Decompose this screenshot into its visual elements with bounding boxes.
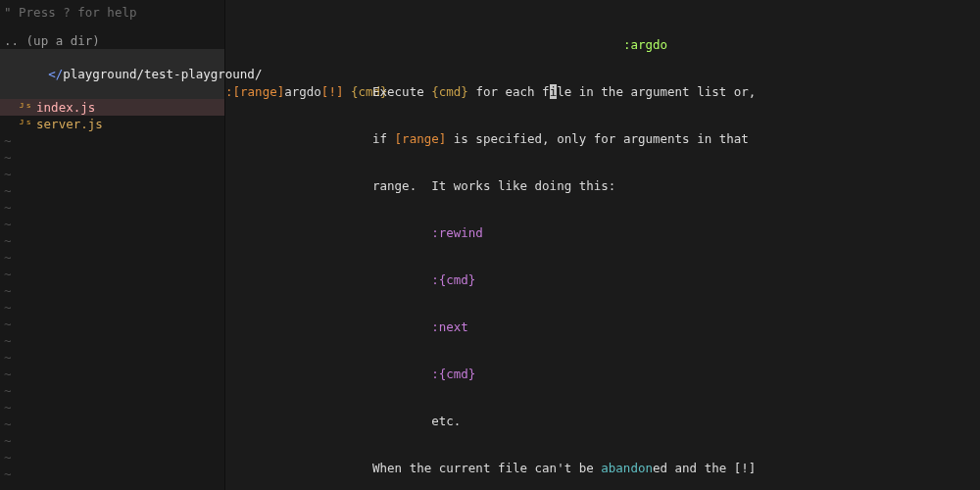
tilde-line: ~ xyxy=(0,382,224,399)
txt: etc. xyxy=(431,414,461,428)
ex-cmd: :{cmd} xyxy=(431,367,475,381)
tilde-line: ~ xyxy=(0,466,224,482)
tilde-line: ~ xyxy=(0,216,224,232)
js-icon: ᴶˢ xyxy=(18,100,32,115)
txt: for each f xyxy=(468,84,550,99)
help-hint: " Press ? for help xyxy=(0,4,224,21)
txt: range. It works like doing this: xyxy=(372,178,980,194)
tilde-line: ~ xyxy=(0,332,224,349)
txt: if xyxy=(372,131,395,146)
tilde-line: ~ xyxy=(0,482,224,490)
tilde-line: ~ xyxy=(0,132,224,149)
tilde-line: ~ xyxy=(0,349,224,366)
tilde-line: ~ xyxy=(0,432,224,449)
help-window[interactable]: :argdo :[range]argdo[!] {cmd} Execute {c… xyxy=(225,0,980,490)
tilde-line: ~ xyxy=(0,316,224,332)
js-icon: ᴶˢ xyxy=(18,117,32,131)
tilde-line: ~ xyxy=(0,232,224,249)
tilde-line: ~ xyxy=(0,449,224,466)
tilde-line: ~ xyxy=(0,166,224,182)
tilde-line: ~ xyxy=(0,399,224,416)
range-tok: [range] xyxy=(395,131,447,146)
tilde-line: ~ xyxy=(0,416,224,432)
file-item-server-js[interactable]: ᴶˢserver.js xyxy=(0,116,224,132)
txt: Execute xyxy=(372,84,431,99)
current-path[interactable]: </playground/test-playground/ xyxy=(0,49,224,99)
ex-cmd: :{cmd} xyxy=(431,272,475,287)
tilde-line: ~ xyxy=(0,266,224,282)
ex-cmd: :rewind xyxy=(431,225,483,240)
tilde-line: ~ xyxy=(0,249,224,266)
tilde-line: ~ xyxy=(0,199,224,216)
folder-icon: </ xyxy=(48,67,63,81)
tilde-line: ~ xyxy=(0,149,224,166)
tilde-line: ~ xyxy=(0,366,224,382)
file-explorer-sidebar: " Press ? for help .. (up a dir) </playg… xyxy=(0,0,225,490)
ex-cmd: :next xyxy=(431,319,468,334)
main-pane: :argdo :[range]argdo[!] {cmd} Execute {c… xyxy=(225,0,980,490)
help-tag: :argdo xyxy=(623,37,667,52)
tilde-line: ~ xyxy=(0,282,224,299)
up-dir[interactable]: .. (up a dir) xyxy=(0,32,224,49)
spacer xyxy=(0,21,224,32)
sig-cmd-word: argdo xyxy=(284,84,321,99)
txt: is specified, only for arguments in that xyxy=(446,131,749,146)
file-item-index-js[interactable]: ᴶˢindex.js xyxy=(0,99,224,116)
sig-range: [range] xyxy=(233,84,285,99)
sig-bang: [!] xyxy=(321,84,344,99)
cmd-tok: {cmd} xyxy=(431,84,468,99)
txt: When the current file can't be xyxy=(372,461,601,475)
txt: le in the argument list or, xyxy=(557,84,756,99)
tilde-line: ~ xyxy=(0,299,224,316)
tilde-line: ~ xyxy=(0,182,224,199)
txt: ed and the [!] xyxy=(653,461,756,475)
help-link-abandon[interactable]: abandon xyxy=(601,461,653,475)
